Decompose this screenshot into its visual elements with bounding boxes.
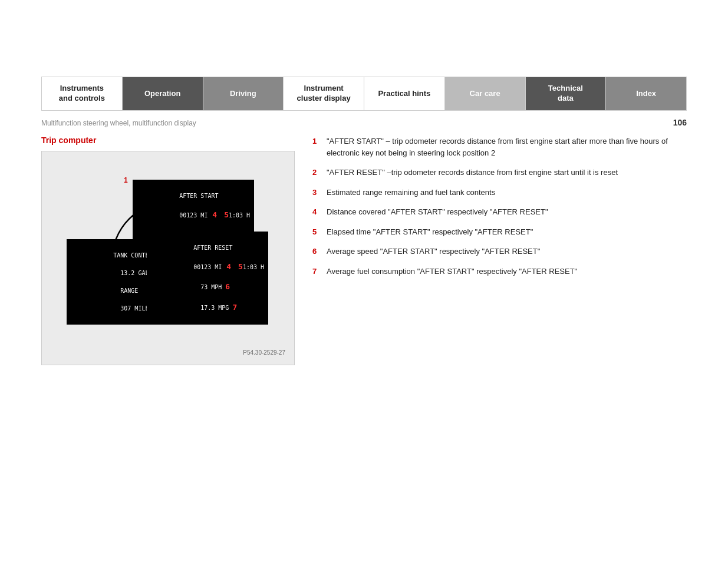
nav-item-operation[interactable]: Operation — [123, 77, 203, 110]
section-title: Trip computer — [41, 135, 295, 145]
nav-item-index[interactable]: Index — [606, 77, 686, 110]
page-number: 106 — [673, 118, 687, 127]
item-list: 1 "AFTER START" – trip odometer records … — [312, 135, 687, 277]
diagram-reference: P54.30-2529-27 — [51, 349, 285, 356]
nav-item-car-care[interactable]: Car care — [445, 77, 526, 110]
list-item: 1 "AFTER START" – trip odometer records … — [312, 135, 687, 158]
list-item: 7 Average fuel consumption "AFTER START"… — [312, 266, 687, 277]
page-subtitle-text: Multifunction steering wheel, multifunct… — [41, 119, 196, 127]
diagram-box: 1 AFTER START 00123 MI 4 51:03 H 73 MPH … — [41, 151, 295, 365]
content-area: Multifunction steering wheel, multifunct… — [41, 111, 687, 365]
list-item: 5 Elapsed time "AFTER START" respectivel… — [312, 226, 687, 238]
list-item: 2 "AFTER RESET" –trip odometer records d… — [312, 167, 687, 178]
diagram-inner: 1 AFTER START 00123 MI 4 51:03 H 73 MPH … — [62, 163, 274, 346]
nav-item-technical-data[interactable]: Technical data — [526, 77, 607, 110]
nav-item-instrument-cluster[interactable]: Instrument cluster display — [284, 77, 364, 110]
display-after-reset: AFTER RESET 00123 MI 4 51:03 H 73 MPH 6 … — [147, 232, 268, 325]
display-tank-content: TANK CONTENT 13.2 GAL RANGE 307 MILES — [67, 239, 160, 325]
page-subtitle-row: Multifunction steering wheel, multifunct… — [41, 118, 687, 131]
list-item: 6 Average speed "AFTER START" respective… — [312, 246, 687, 257]
list-item: 3 Estimated range remaining and fuel tan… — [312, 187, 687, 199]
nav-item-practical-hints[interactable]: Practical hints — [364, 77, 445, 110]
navigation-bar: Instruments and controls Operation Drivi… — [41, 77, 687, 111]
two-column-layout: Trip computer — [41, 135, 687, 365]
label-1: 1 — [124, 176, 128, 184]
nav-item-instruments[interactable]: Instruments and controls — [42, 77, 123, 110]
list-item: 4 Distance covered "AFTER START" respect… — [312, 206, 687, 218]
left-column: Trip computer — [41, 135, 295, 365]
nav-item-driving[interactable]: Driving — [203, 77, 284, 110]
right-column: 1 "AFTER START" – trip odometer records … — [312, 135, 687, 365]
